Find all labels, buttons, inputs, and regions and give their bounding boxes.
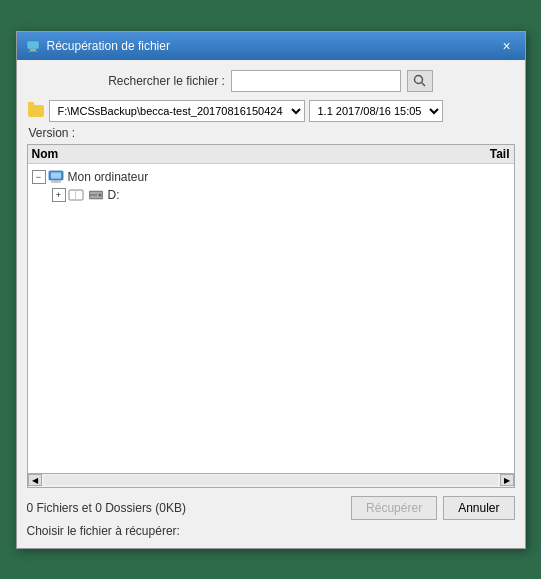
svg-line-4 (421, 82, 425, 86)
svg-point-13 (98, 193, 101, 196)
computer-icon (48, 170, 64, 184)
version-select[interactable]: 1.1 2017/08/16 15:05 (309, 100, 443, 122)
drive-d-label: D: (108, 188, 120, 202)
file-tree-panel[interactable]: Nom Tail − Mon ordinateur (27, 144, 515, 474)
dialog-title: Récupération de fichier (47, 39, 497, 53)
files-info: 0 Fichiers et 0 Dossiers (0KB) (27, 501, 186, 515)
svg-rect-1 (30, 49, 36, 51)
svg-rect-2 (28, 51, 38, 52)
scroll-track[interactable] (44, 475, 498, 485)
tree-header: Nom Tail (28, 145, 514, 164)
expand-btn-computer[interactable]: − (32, 170, 46, 184)
folder-icon (27, 102, 45, 120)
recover-button[interactable]: Récupérer (351, 496, 437, 520)
file-recovery-dialog: Récupération de fichier × Rechercher le … (16, 31, 526, 549)
column-name: Nom (32, 147, 470, 161)
scroll-left-button[interactable]: ◀ (28, 474, 42, 486)
expand-btn-drive-d[interactable]: + (52, 188, 66, 202)
close-button[interactable]: × (497, 36, 517, 56)
column-size: Tail (470, 147, 510, 161)
path-select[interactable]: F:\MCSsBackup\becca-test_20170816150424 (49, 100, 305, 122)
version-label: Version : (27, 126, 515, 140)
search-icon (413, 74, 427, 88)
search-row: Rechercher le fichier : (27, 70, 515, 92)
title-bar: Récupération de fichier × (17, 32, 525, 60)
dialog-body: Rechercher le fichier : F:\MCSsBackup\be… (17, 60, 525, 548)
tree-item-drive-d[interactable]: + (28, 186, 514, 204)
app-icon (26, 39, 40, 53)
action-buttons: Récupérer Annuler (351, 496, 514, 520)
svg-rect-7 (53, 180, 58, 182)
search-input[interactable] (231, 70, 401, 92)
tree-content: − Mon ordinateur + (28, 164, 514, 208)
drive-icon (68, 188, 84, 202)
tree-item-computer[interactable]: − Mon ordinateur (28, 168, 514, 186)
horizontal-scrollbar[interactable]: ◀ ▶ (27, 474, 515, 488)
svg-rect-10 (75, 190, 76, 200)
computer-label: Mon ordinateur (68, 170, 149, 184)
search-button[interactable] (407, 70, 433, 92)
title-bar-icon (25, 38, 41, 54)
harddrive-icon (88, 188, 104, 202)
choose-file-label: Choisir le fichier à récupérer: (27, 524, 515, 538)
svg-point-3 (414, 75, 422, 83)
scroll-right-button[interactable]: ▶ (500, 474, 514, 486)
svg-rect-6 (51, 172, 61, 178)
status-row: 0 Fichiers et 0 Dossiers (0KB) Récupérer… (27, 496, 515, 520)
svg-rect-14 (90, 194, 97, 195)
path-row: F:\MCSsBackup\becca-test_20170816150424 … (27, 100, 515, 122)
svg-rect-0 (27, 41, 39, 49)
svg-rect-8 (51, 181, 61, 182)
search-label: Rechercher le fichier : (108, 74, 225, 88)
cancel-button[interactable]: Annuler (443, 496, 514, 520)
